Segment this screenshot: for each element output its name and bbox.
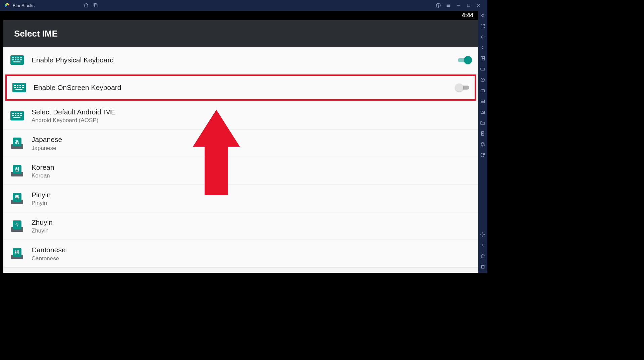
row-subtitle: Cantonese <box>32 255 472 262</box>
svg-point-2 <box>438 6 439 7</box>
macro-icon[interactable] <box>479 55 486 62</box>
keyboard-icon <box>10 55 24 65</box>
library-icon[interactable] <box>91 1 100 10</box>
settings-list: Enable Physical Keyboard Enable OnScreen… <box>3 47 478 273</box>
toolbox-icon[interactable] <box>479 87 486 94</box>
rotate-icon[interactable] <box>479 152 486 158</box>
back-icon[interactable] <box>479 242 486 249</box>
row-ime-pinyin[interactable]: 粤 Pinyin Pinyin <box>3 185 478 212</box>
status-clock: 4:44 <box>462 12 473 19</box>
ime-lang-icon: あ <box>10 138 24 149</box>
sync-icon[interactable] <box>479 76 486 83</box>
row-subtitle: Pinyin <box>32 200 472 207</box>
row-subtitle: Japanese <box>32 145 472 152</box>
keymap-icon[interactable] <box>479 66 486 72</box>
row-title: Japanese <box>32 135 472 144</box>
row-title: Enable OnScreen Keyboard <box>34 83 455 92</box>
row-title: Korean <box>32 163 472 172</box>
home-icon[interactable] <box>82 1 91 10</box>
install-apk-icon[interactable] <box>479 130 486 137</box>
recents-icon[interactable] <box>479 263 486 270</box>
multi-instance-icon[interactable] <box>479 141 486 148</box>
folder-icon[interactable] <box>479 119 486 126</box>
minimize-icon[interactable] <box>454 1 463 10</box>
maximize-icon[interactable] <box>464 1 473 10</box>
row-subtitle: Android Keyboard (AOSP) <box>32 117 472 124</box>
close-icon[interactable] <box>474 1 483 10</box>
app-title: BlueStacks <box>13 3 35 8</box>
svg-point-13 <box>482 234 483 235</box>
row-title: Cantonese <box>32 245 472 254</box>
keyboard-icon <box>10 111 24 120</box>
volume-down-icon[interactable] <box>479 44 486 51</box>
svg-rect-5 <box>481 68 485 70</box>
android-home-icon[interactable] <box>479 253 486 259</box>
row-title: Select Default Android IME <box>32 107 472 116</box>
ime-lang-icon: 拼 <box>10 248 24 259</box>
toggle-onscreen-keyboard[interactable] <box>455 83 470 92</box>
row-ime-cantonese[interactable]: 拼 Cantonese Cantonese <box>3 240 478 267</box>
fullscreen-icon[interactable] <box>479 23 486 30</box>
ime-lang-icon: 粤 <box>10 193 24 204</box>
toggle-physical-keyboard[interactable] <box>457 55 472 65</box>
keyboard-icon <box>12 83 26 92</box>
screenshot-icon[interactable] <box>479 109 486 115</box>
ime-lang-icon: 한 <box>10 165 24 176</box>
row-ime-korean[interactable]: 한 Korean Korean <box>3 157 478 185</box>
row-title: Pinyin <box>32 190 472 199</box>
side-toolbar <box>478 11 487 273</box>
row-ime-japanese[interactable]: あ Japanese Japanese <box>3 130 478 157</box>
row-enable-onscreen-keyboard[interactable]: Enable OnScreen Keyboard <box>5 74 476 101</box>
row-subtitle: Zhuyin <box>32 227 472 234</box>
volume-up-icon[interactable] <box>479 34 486 40</box>
svg-rect-10 <box>481 111 485 114</box>
bluestacks-logo-icon <box>4 2 10 8</box>
svg-rect-0 <box>95 4 97 7</box>
game-controls-icon[interactable] <box>479 98 486 105</box>
svg-point-11 <box>482 112 483 113</box>
row-ime-zhuyin[interactable]: ㄅ Zhuyin Zhuyin <box>3 212 478 240</box>
page-title: Select IME <box>14 29 58 39</box>
svg-rect-9 <box>481 102 485 103</box>
help-icon[interactable] <box>434 1 443 10</box>
titlebar: BlueStacks <box>0 0 487 11</box>
svg-rect-14 <box>482 266 484 268</box>
collapse-icon[interactable] <box>479 12 486 19</box>
ime-lang-icon: ㄅ <box>10 220 24 232</box>
row-title: Zhuyin <box>32 218 472 227</box>
menu-icon[interactable] <box>444 1 453 10</box>
emulator-screen: 4:44 Select IME Enable Physical Keyboard… <box>3 11 478 273</box>
svg-rect-3 <box>467 4 470 7</box>
settings-icon[interactable] <box>479 231 486 238</box>
row-subtitle: Korean <box>32 172 472 179</box>
android-status-bar: 4:44 <box>3 11 478 20</box>
svg-rect-8 <box>481 100 485 101</box>
svg-rect-7 <box>481 90 485 92</box>
row-title: Enable Physical Keyboard <box>32 55 457 64</box>
row-select-default-ime[interactable]: Select Default Android IME Android Keybo… <box>3 102 478 130</box>
row-enable-physical-keyboard[interactable]: Enable Physical Keyboard <box>3 47 478 73</box>
page-header: Select IME <box>3 20 478 47</box>
